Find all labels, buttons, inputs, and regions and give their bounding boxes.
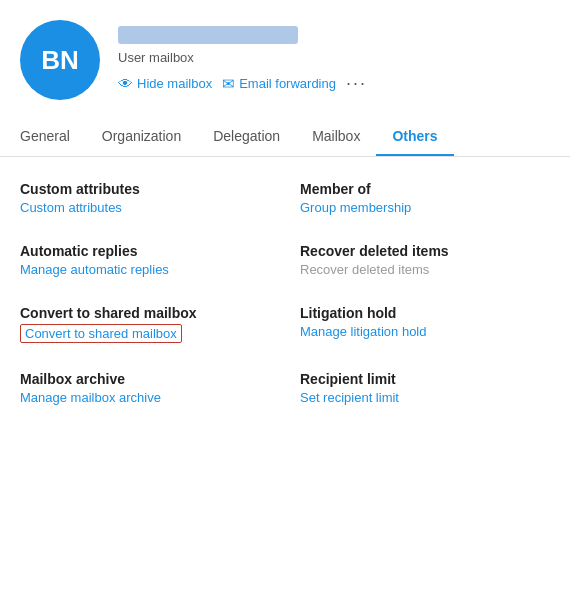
avatar: BN [20, 20, 100, 100]
hide-mailbox-label: Hide mailbox [137, 76, 212, 91]
section-automatic-replies: Automatic replies Manage automatic repli… [20, 243, 270, 277]
section-convert-shared: Convert to shared mailbox Convert to sha… [20, 305, 270, 343]
section-member-of: Member of Group membership [300, 181, 550, 215]
header-subtitle: User mailbox [118, 50, 367, 65]
manage-automatic-replies-link[interactable]: Manage automatic replies [20, 262, 169, 277]
section-recover-deleted: Recover deleted items Recover deleted it… [300, 243, 550, 277]
custom-attributes-title: Custom attributes [20, 181, 270, 197]
tab-others[interactable]: Others [376, 118, 453, 156]
automatic-replies-title: Automatic replies [20, 243, 270, 259]
custom-attributes-link[interactable]: Custom attributes [20, 200, 122, 215]
section-custom-attributes: Custom attributes Custom attributes [20, 181, 270, 215]
group-membership-link[interactable]: Group membership [300, 200, 411, 215]
avatar-initials: BN [41, 45, 79, 76]
tab-delegation[interactable]: Delegation [197, 118, 296, 156]
recover-deleted-title: Recover deleted items [300, 243, 550, 259]
recover-deleted-link: Recover deleted items [300, 262, 429, 277]
convert-shared-mailbox-link[interactable]: Convert to shared mailbox [20, 324, 182, 343]
hide-mailbox-button[interactable]: 👁 Hide mailbox [118, 75, 212, 92]
email-forwarding-button[interactable]: ✉ Email forwarding [222, 75, 336, 93]
mailbox-archive-title: Mailbox archive [20, 371, 270, 387]
email-forwarding-label: Email forwarding [239, 76, 336, 91]
manage-litigation-hold-link[interactable]: Manage litigation hold [300, 324, 426, 339]
convert-shared-title: Convert to shared mailbox [20, 305, 270, 321]
hide-mailbox-icon: 👁 [118, 75, 133, 92]
set-recipient-limit-link[interactable]: Set recipient limit [300, 390, 399, 405]
header-name-bar [118, 26, 298, 44]
email-forwarding-icon: ✉ [222, 75, 235, 93]
tab-organization[interactable]: Organization [86, 118, 197, 156]
tab-general[interactable]: General [20, 118, 86, 156]
section-mailbox-archive: Mailbox archive Manage mailbox archive [20, 371, 270, 405]
litigation-hold-title: Litigation hold [300, 305, 550, 321]
manage-mailbox-archive-link[interactable]: Manage mailbox archive [20, 390, 161, 405]
header-actions: 👁 Hide mailbox ✉ Email forwarding ··· [118, 73, 367, 94]
more-options-button[interactable]: ··· [346, 73, 367, 94]
tab-mailbox[interactable]: Mailbox [296, 118, 376, 156]
header-info: User mailbox 👁 Hide mailbox ✉ Email forw… [118, 26, 367, 94]
member-of-title: Member of [300, 181, 550, 197]
tab-bar: General Organization Delegation Mailbox … [0, 118, 570, 157]
others-content: Custom attributes Custom attributes Memb… [0, 157, 570, 429]
section-recipient-limit: Recipient limit Set recipient limit [300, 371, 550, 405]
header: BN User mailbox 👁 Hide mailbox ✉ Email f… [0, 0, 570, 110]
section-litigation-hold: Litigation hold Manage litigation hold [300, 305, 550, 343]
recipient-limit-title: Recipient limit [300, 371, 550, 387]
